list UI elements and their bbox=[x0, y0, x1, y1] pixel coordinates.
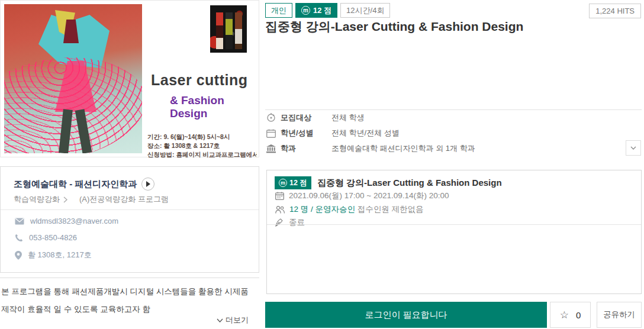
session-status-row: 종료 bbox=[275, 217, 305, 228]
location-pin-icon bbox=[15, 251, 22, 260]
mileage-icon: m bbox=[301, 6, 310, 15]
star-icon: ☆ bbox=[560, 309, 569, 321]
page-title: 집중형 강의-Laser Cutting & Fashion Design bbox=[265, 18, 523, 35]
badge-personal-label: 개인 bbox=[271, 5, 286, 16]
chevron-down-icon bbox=[630, 146, 636, 150]
info-label-department: 학과 bbox=[281, 143, 331, 154]
mileage-icon: m bbox=[279, 179, 287, 187]
play-icon bbox=[146, 181, 150, 187]
info-label-grade-gender: 학년/성별 bbox=[281, 128, 331, 138]
session-points-badge: m 12 점 bbox=[275, 176, 311, 189]
favorite-button[interactable]: ☆ 0 bbox=[550, 302, 591, 328]
poster-runway-figure bbox=[235, 12, 242, 49]
expand-departments-button[interactable] bbox=[626, 140, 641, 156]
chevron-right-icon bbox=[63, 196, 67, 203]
description-section: 본 프로그램을 통해 패션제품개발시 디지털 시스템들을 활용한 시제품 제작이… bbox=[0, 278, 259, 318]
contact-location: 활 1308호, 1217호 bbox=[28, 250, 92, 260]
poster-details: 기간: 9. 6(월)~14(화) 5시~8시 장소: 활 1308호 & 12… bbox=[147, 133, 257, 159]
divider bbox=[265, 109, 642, 110]
info-row-target: 모집대상 전체 학생 bbox=[266, 112, 365, 123]
poster-art-net-skirt bbox=[4, 47, 142, 153]
hits-counter: 1,224 HITS bbox=[589, 4, 641, 18]
session-capacity-rest: 접수인원 제한없음 bbox=[358, 205, 424, 214]
poster-detail-place: 장소: 활 1308호 & 1217호 bbox=[147, 141, 257, 150]
session-card: m 12 점 집중형 강의-Laser Cutting & Fashion De… bbox=[266, 170, 642, 294]
organizer-title: 조형예술대학 - 패션디자인학과 bbox=[14, 179, 137, 190]
badge-duration: 12시간/4회 bbox=[340, 3, 390, 18]
info-value-department: 조형예술대학 패션디자인학과 외 1개 학과 bbox=[331, 143, 475, 154]
program-detail-page: Laser cutting & Fashion Design 기간: 9. 6(… bbox=[0, 0, 644, 329]
session-title: 집중형 강의-Laser Cutting & Fashion Design bbox=[317, 178, 502, 189]
session-date-row: 2021.09.06(월) 17:00 ~ 2021.09.14(화) 20:0… bbox=[275, 191, 449, 201]
poster-detail-period: 기간: 9. 6(월)~14(화) 5시~8시 bbox=[147, 133, 257, 141]
program-subcategory: (A)전공역량강화 프로그램 bbox=[79, 194, 169, 205]
play-button[interactable] bbox=[141, 178, 154, 191]
divider bbox=[267, 224, 641, 225]
session-capacity-row: 12 명 / 운영자승인 접수인원 제한없음 bbox=[275, 204, 424, 215]
poster-title-line2: & Fashion Design bbox=[170, 94, 259, 120]
poster-runway-figure bbox=[216, 12, 223, 49]
show-more-label: 더보기 bbox=[226, 315, 249, 325]
poster-detail-apply: 신청방법: 홈페이지 비교과프로그램에서 신청 bbox=[147, 150, 257, 159]
contact-email: wldmsdl3823@naver.com bbox=[30, 217, 118, 225]
info-value-grade-gender: 전체 학년/전체 성별 bbox=[331, 128, 400, 138]
phone-icon bbox=[15, 234, 23, 242]
email-icon bbox=[15, 218, 24, 225]
poster-runway-thumbnail bbox=[210, 5, 247, 53]
session-status: 종료 bbox=[289, 217, 305, 228]
chevron-down-icon bbox=[217, 318, 223, 322]
poster-model-photo bbox=[4, 4, 142, 153]
share-button[interactable]: 공유하기 bbox=[597, 302, 642, 328]
info-row-department: 학과 조형예술대학 패션디자인학과 외 1개 학과 bbox=[266, 143, 475, 154]
badge-personal: 개인 bbox=[265, 3, 292, 18]
badge-row: 개인 m 12 점 12시간/4회 bbox=[265, 3, 390, 18]
contact-phone: 053-850-4826 bbox=[29, 233, 77, 242]
info-label-target: 모집대상 bbox=[281, 112, 331, 123]
calendar-icon bbox=[275, 192, 284, 200]
session-capacity-highlight: 12 명 / 운영자승인 bbox=[289, 205, 355, 214]
divider bbox=[1, 209, 259, 210]
favorite-count: 0 bbox=[576, 310, 581, 320]
session-date-range: 2021.09.06(월) 17:00 ~ 2021.09.14(화) 20:0… bbox=[289, 191, 449, 201]
program-category: 학습역량강화 bbox=[14, 194, 60, 205]
organizer-card: 조형예술대학 - 패션디자인학과 학습역량강화 (A)전공역량강화 프로그램 w… bbox=[0, 166, 259, 273]
school-icon bbox=[266, 144, 276, 153]
calendar-icon bbox=[266, 129, 276, 138]
badge-points-label: 12 점 bbox=[313, 5, 331, 16]
badge-duration-label: 12시간/4회 bbox=[346, 5, 384, 16]
people-icon bbox=[275, 206, 285, 214]
session-points-label: 12 점 bbox=[289, 178, 307, 188]
show-more-link[interactable]: 더보기 bbox=[217, 315, 249, 325]
program-description: 본 프로그램을 통해 패션제품개발시 디지털 시스템들을 활용한 시제품 제작이… bbox=[0, 278, 259, 318]
poster-title-line1: Laser cutting bbox=[151, 72, 247, 89]
badge-mileage-points: m 12 점 bbox=[295, 3, 337, 18]
pen-icon bbox=[275, 218, 284, 227]
info-row-grade-gender: 학년/성별 전체 학년/전체 성별 bbox=[266, 128, 400, 138]
target-icon bbox=[266, 113, 276, 122]
login-required-button[interactable]: 로그인이 필요합니다 bbox=[265, 302, 547, 328]
program-poster: Laser cutting & Fashion Design 기간: 9. 6(… bbox=[0, 0, 259, 157]
info-value-target: 전체 학생 bbox=[331, 112, 365, 123]
poster-runway-figure bbox=[226, 12, 233, 49]
